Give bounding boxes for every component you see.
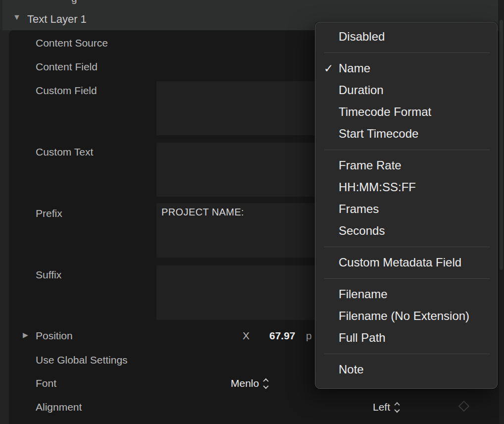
menu-item-label: Full Path — [339, 331, 386, 344]
menu-item-full-path[interactable]: Full Path — [315, 327, 497, 349]
content-field-label: Content Field — [36, 59, 98, 74]
suffix-label: Suffix — [36, 267, 61, 282]
menu-item-label: Disabled — [339, 30, 385, 43]
content-field-dropdown-menu: Disabled ✓ Name Duration Timecode Format… — [315, 22, 498, 389]
menu-item-label: Timecode Format — [339, 105, 431, 118]
position-label: Position — [36, 328, 73, 343]
menu-item-label: Filename — [339, 287, 388, 301]
custom-text-label: Custom Text — [36, 145, 93, 159]
menu-item-label: Frame Rate — [339, 159, 402, 172]
prefix-label: Prefix — [36, 206, 62, 221]
position-x-unit: p — [306, 328, 312, 343]
custom-field-label: Custom Field — [36, 83, 97, 98]
menu-item-label: Frames — [339, 202, 379, 215]
menu-item-duration[interactable]: Duration — [315, 79, 497, 101]
menu-item-label: Duration — [339, 83, 384, 97]
menu-item-timecode-format[interactable]: Timecode Format — [315, 101, 497, 123]
alignment-popup[interactable]: Left — [373, 400, 399, 415]
menu-item-label: Note — [339, 363, 364, 376]
clipped-text-above: g — [71, 0, 77, 4]
menu-item-label: HH:MM:SS:FF — [339, 180, 416, 194]
expand-triangle-icon[interactable]: ▶ — [23, 331, 28, 339]
alignment-popup-value: Left — [373, 400, 390, 415]
menu-item-frame-rate[interactable]: Frame Rate — [315, 155, 497, 176]
font-popup-value: Menlo — [231, 376, 259, 391]
menu-item-start-timecode[interactable]: Start Timecode — [315, 123, 497, 145]
menu-item-disabled[interactable]: Disabled — [315, 26, 497, 48]
menu-item-frames[interactable]: Frames — [315, 198, 497, 220]
menu-item-custom-metadata-field[interactable]: Custom Metadata Field — [315, 252, 497, 273]
header-left-sliver — [0, 0, 2, 30]
use-global-settings-label: Use Global Settings — [36, 353, 128, 368]
menu-item-hh-mm-ss-ff[interactable]: HH:MM:SS:FF — [315, 176, 497, 198]
menu-item-seconds[interactable]: Seconds — [315, 220, 497, 242]
collapse-triangle-icon[interactable]: ▼ — [13, 13, 21, 22]
popup-stepper-icon — [395, 402, 399, 413]
content-source-label: Content Source — [36, 36, 108, 51]
menu-separator — [324, 247, 490, 247]
inspector-panel: g ▼ Text Layer 1 Content Source Content … — [0, 0, 504, 424]
menu-item-label: Name — [339, 61, 370, 75]
menu-item-label: Start Timecode — [339, 127, 418, 140]
menu-item-label: Custom Metadata Field — [339, 256, 461, 269]
menu-separator — [324, 53, 490, 53]
menu-item-filename-no-extension[interactable]: Filename (No Extension) — [315, 305, 497, 327]
menu-item-label: Filename (No Extension) — [339, 309, 469, 322]
layer-title: Text Layer 1 — [27, 13, 87, 26]
popup-stepper-icon — [264, 378, 268, 389]
checkmark-icon: ✓ — [324, 57, 337, 79]
menu-separator — [324, 150, 490, 150]
position-x-value[interactable]: 67.97 — [269, 328, 296, 343]
font-label: Font — [36, 376, 56, 391]
menu-separator — [324, 354, 490, 354]
menu-item-filename[interactable]: Filename — [315, 283, 497, 305]
font-popup[interactable]: Menlo — [231, 376, 268, 391]
menu-separator — [324, 278, 490, 279]
menu-item-label: Seconds — [339, 224, 385, 237]
menu-item-note[interactable]: Note — [315, 359, 497, 380]
scrollbar-thumb[interactable] — [500, 20, 503, 270]
alignment-label: Alignment — [36, 400, 82, 415]
left-gutter — [0, 30, 9, 424]
position-x-axis-label: X — [243, 328, 250, 343]
menu-item-name[interactable]: ✓ Name — [315, 57, 497, 79]
